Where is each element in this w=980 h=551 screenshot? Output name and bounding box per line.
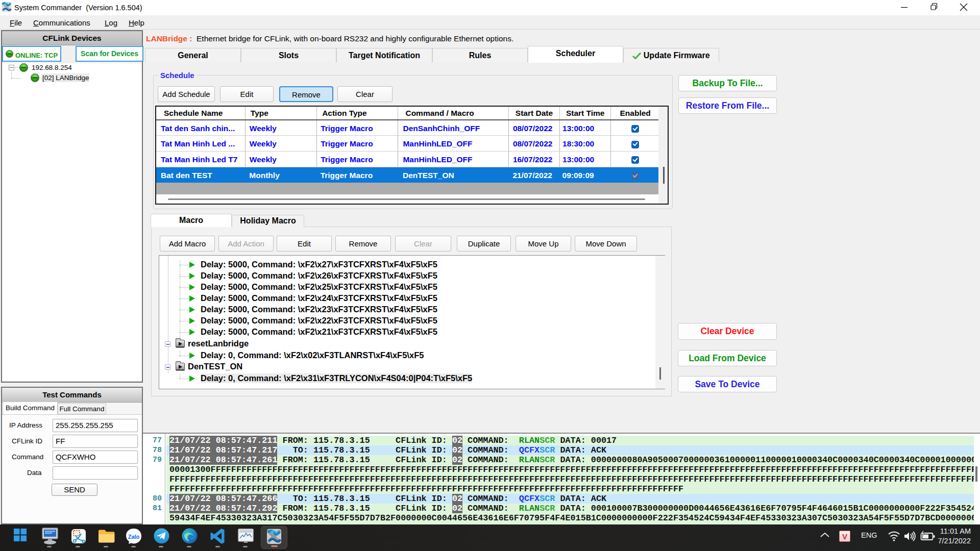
svg-text:Zalo: Zalo bbox=[128, 534, 140, 540]
